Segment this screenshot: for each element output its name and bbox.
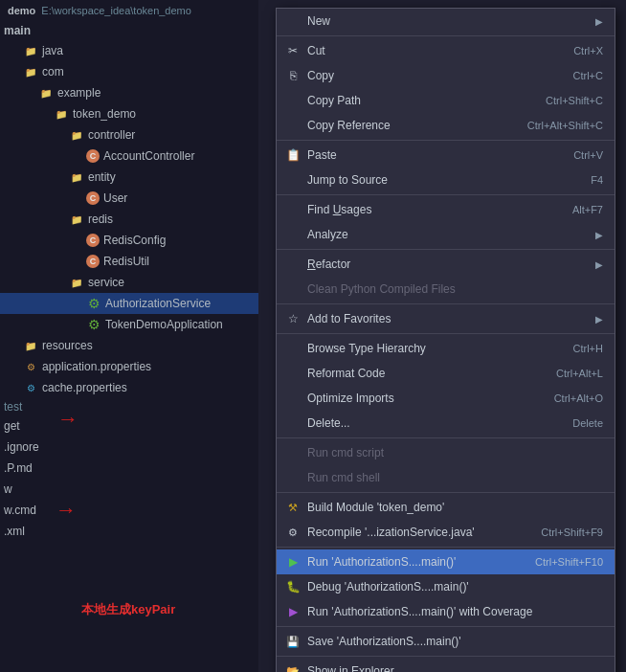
menu-item-run-coverage[interactable]: ▶ Run 'AuthorizationS....main()' with Co…: [277, 599, 615, 624]
build-icon: ⚒: [284, 499, 302, 516]
java-file-icon: C: [86, 149, 100, 163]
menu-item-reformat[interactable]: Reformat Code Ctrl+Alt+L: [277, 361, 615, 386]
tree-folder-com[interactable]: 📁 com: [0, 61, 258, 82]
menu-item-show-explorer[interactable]: 📂 Show in Explorer: [277, 659, 615, 672]
menu-item-browse-hierarchy[interactable]: Browse Type Hierarchy Ctrl+H: [277, 336, 615, 361]
tree-folder-example[interactable]: 📁 example: [0, 82, 258, 103]
tree-file-account-controller[interactable]: C AccountController: [0, 146, 258, 167]
blank-icon: [284, 226, 302, 243]
menu-item-recompile[interactable]: ⚙ Recompile '...izationService.java' Ctr…: [277, 520, 615, 545]
arrow-left-annotation: →: [57, 407, 78, 432]
separator-1: [277, 35, 615, 36]
submenu-arrow-icon: ▶: [595, 16, 603, 27]
tree-file-application-props[interactable]: ⚙ application.properties: [0, 356, 258, 377]
tree-folder-service[interactable]: 📁 service: [0, 272, 258, 293]
separator-5: [277, 303, 615, 304]
paste-icon: 📋: [284, 146, 302, 164]
copy-icon: ⎘: [284, 67, 302, 84]
blank-icon: [284, 469, 302, 486]
star-icon: ☆: [284, 310, 302, 327]
menu-item-debug[interactable]: 🐛 Debug 'AuthorizationS....main()': [277, 574, 615, 599]
folder-icon: 📁: [23, 64, 38, 79]
separator-3: [277, 194, 615, 195]
menu-item-cut[interactable]: ✂ Cut Ctrl+X: [277, 38, 615, 63]
tree-file-authorization-service[interactable]: ⚙ AuthorizationService: [0, 293, 258, 314]
menu-item-find-usages[interactable]: Find Usages Alt+F7: [277, 197, 615, 222]
blank-icon: [284, 444, 302, 461]
project-path: E:\workspace_idea\token_demo: [41, 5, 191, 16]
folder-icon: 📁: [69, 275, 84, 290]
spring-file-icon: ⚙: [86, 296, 101, 311]
tree-item-xml[interactable]: .xml: [0, 521, 258, 542]
tree-file-cache-props[interactable]: ⚙ cache.properties: [0, 377, 258, 398]
blank-icon: [284, 117, 302, 134]
java-file-icon: C: [86, 255, 100, 268]
blank-icon: [284, 201, 302, 218]
tree-item-get[interactable]: get: [0, 415, 258, 437]
java-file-icon: C: [86, 191, 100, 205]
blank-icon: [284, 92, 302, 109]
recompile-icon: ⚙: [284, 524, 302, 541]
java-file-icon: C: [86, 234, 100, 247]
menu-item-add-favorites[interactable]: ☆ Add to Favorites ▶: [277, 306, 615, 331]
blank-icon: [284, 390, 302, 407]
tree-folder-resources[interactable]: 📁 resources: [0, 335, 258, 356]
menu-item-copy-path[interactable]: Copy Path Ctrl+Shift+C: [277, 88, 615, 113]
blank-icon: [284, 12, 302, 30]
separator-2: [277, 140, 615, 141]
submenu-arrow-icon: ▶: [595, 259, 603, 270]
menu-item-copy-reference[interactable]: Copy Reference Ctrl+Alt+Shift+C: [277, 113, 615, 138]
props-icon: ⚙: [23, 359, 38, 374]
menu-item-analyze[interactable]: Analyze ▶: [277, 222, 615, 247]
blank-icon: [284, 280, 302, 298]
arrow-bottom-annotation: →: [56, 498, 77, 523]
debug-icon: 🐛: [284, 578, 302, 595]
separator-9: [277, 547, 615, 548]
folder-icon: 📁: [69, 169, 84, 185]
folder-icon: 📁: [54, 106, 69, 122]
tree-file-redis-util[interactable]: C RedisUtil: [0, 251, 258, 272]
explorer-icon: 📂: [284, 662, 302, 672]
menu-item-run-cmd-shell: Run cmd shell: [277, 465, 615, 490]
tree-file-token-demo-app[interactable]: ⚙ TokenDemoApplication: [0, 314, 258, 335]
scissors-icon: ✂: [284, 42, 302, 59]
blank-icon: [284, 365, 302, 382]
tree-section-main: main: [0, 21, 258, 40]
tree-item-gitignore[interactable]: .ignore: [0, 437, 258, 458]
menu-item-copy[interactable]: ⎘ Copy Ctrl+C: [277, 63, 615, 88]
blank-icon: [284, 340, 302, 357]
submenu-arrow-icon: ▶: [595, 230, 603, 240]
tree-file-user[interactable]: C User: [0, 188, 258, 209]
folder-icon: 📁: [69, 127, 84, 143]
menu-item-paste[interactable]: 📋 Paste Ctrl+V: [277, 143, 615, 168]
cache-icon: ⚙: [23, 380, 38, 395]
run-icon: ▶: [284, 553, 302, 571]
tree-item-pmd[interactable]: .P.md: [0, 458, 258, 479]
context-menu: New ▶ ✂ Cut Ctrl+X ⎘ Copy Ctrl+C Copy Pa…: [276, 8, 615, 672]
menu-item-save[interactable]: 💾 Save 'AuthorizationS....main()': [277, 629, 615, 654]
menu-item-run-cmd-script: Run cmd script: [277, 440, 615, 465]
menu-item-build-module[interactable]: ⚒ Build Module 'token_demo': [277, 495, 615, 520]
blank-icon: [284, 414, 302, 432]
tree-folder-redis[interactable]: 📁 redis: [0, 209, 258, 230]
tree-folder-entity[interactable]: 📁 entity: [0, 167, 258, 188]
folder-icon: 📁: [23, 43, 38, 58]
tree-file-redis-config[interactable]: C RedisConfig: [0, 230, 258, 251]
tree-folder-token-demo[interactable]: 📁 token_demo: [0, 103, 258, 124]
tree-folder-controller[interactable]: 📁 controller: [0, 124, 258, 146]
tree-folder-java[interactable]: 📁 java: [0, 40, 258, 61]
menu-item-new[interactable]: New ▶: [277, 9, 615, 34]
folder-icon: 📁: [23, 338, 38, 353]
menu-item-refactor[interactable]: Refactor ▶: [277, 252, 615, 277]
menu-item-run[interactable]: ▶ Run 'AuthorizationS....main()' Ctrl+Sh…: [277, 549, 615, 574]
file-tree: demo E:\workspace_idea\token_demo main 📁…: [0, 0, 258, 672]
separator-11: [277, 656, 615, 657]
annotation-text: 本地生成keyPair: [81, 601, 175, 618]
menu-item-delete[interactable]: Delete... Delete: [277, 411, 615, 436]
menu-item-optimize-imports[interactable]: Optimize Imports Ctrl+Alt+O: [277, 386, 615, 411]
menu-item-jump-to-source[interactable]: Jump to Source F4: [277, 168, 615, 192]
blank-icon: [284, 171, 302, 189]
tree-header: demo E:\workspace_idea\token_demo: [0, 0, 258, 21]
tree-item-wcmd[interactable]: w.cmd: [0, 500, 258, 521]
tree-item-w[interactable]: w: [0, 479, 258, 500]
